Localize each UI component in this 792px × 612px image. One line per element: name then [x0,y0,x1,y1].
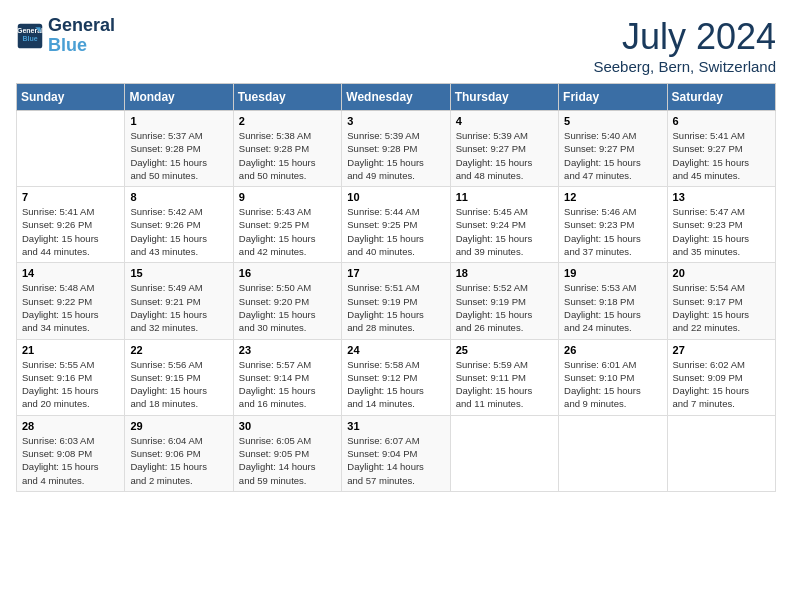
day-number: 19 [564,267,661,279]
day-cell: 23Sunrise: 5:57 AMSunset: 9:14 PMDayligh… [233,339,341,415]
day-info: Sunrise: 5:50 AMSunset: 9:20 PMDaylight:… [239,281,336,334]
day-cell: 24Sunrise: 5:58 AMSunset: 9:12 PMDayligh… [342,339,450,415]
day-number: 2 [239,115,336,127]
day-number: 4 [456,115,553,127]
week-row-4: 21Sunrise: 5:55 AMSunset: 9:16 PMDayligh… [17,339,776,415]
day-cell: 17Sunrise: 5:51 AMSunset: 9:19 PMDayligh… [342,263,450,339]
day-number: 6 [673,115,770,127]
day-header-sunday: Sunday [17,84,125,111]
day-info: Sunrise: 6:02 AMSunset: 9:09 PMDaylight:… [673,358,770,411]
day-cell: 18Sunrise: 5:52 AMSunset: 9:19 PMDayligh… [450,263,558,339]
day-cell [17,111,125,187]
week-row-5: 28Sunrise: 6:03 AMSunset: 9:08 PMDayligh… [17,415,776,491]
day-cell: 9Sunrise: 5:43 AMSunset: 9:25 PMDaylight… [233,187,341,263]
day-number: 30 [239,420,336,432]
day-info: Sunrise: 5:44 AMSunset: 9:25 PMDaylight:… [347,205,444,258]
day-info: Sunrise: 5:57 AMSunset: 9:14 PMDaylight:… [239,358,336,411]
day-header-wednesday: Wednesday [342,84,450,111]
day-info: Sunrise: 5:41 AMSunset: 9:27 PMDaylight:… [673,129,770,182]
day-number: 28 [22,420,119,432]
day-cell: 7Sunrise: 5:41 AMSunset: 9:26 PMDaylight… [17,187,125,263]
day-cell: 15Sunrise: 5:49 AMSunset: 9:21 PMDayligh… [125,263,233,339]
day-info: Sunrise: 5:59 AMSunset: 9:11 PMDaylight:… [456,358,553,411]
title-area: July 2024 Seeberg, Bern, Switzerland [593,16,776,75]
day-info: Sunrise: 5:45 AMSunset: 9:24 PMDaylight:… [456,205,553,258]
day-info: Sunrise: 5:38 AMSunset: 9:28 PMDaylight:… [239,129,336,182]
day-number: 20 [673,267,770,279]
day-cell [450,415,558,491]
day-header-saturday: Saturday [667,84,775,111]
day-header-monday: Monday [125,84,233,111]
day-cell: 21Sunrise: 5:55 AMSunset: 9:16 PMDayligh… [17,339,125,415]
day-number: 18 [456,267,553,279]
day-info: Sunrise: 5:55 AMSunset: 9:16 PMDaylight:… [22,358,119,411]
day-number: 5 [564,115,661,127]
day-cell: 10Sunrise: 5:44 AMSunset: 9:25 PMDayligh… [342,187,450,263]
day-number: 25 [456,344,553,356]
day-info: Sunrise: 5:58 AMSunset: 9:12 PMDaylight:… [347,358,444,411]
day-info: Sunrise: 5:51 AMSunset: 9:19 PMDaylight:… [347,281,444,334]
day-cell: 31Sunrise: 6:07 AMSunset: 9:04 PMDayligh… [342,415,450,491]
day-number: 27 [673,344,770,356]
week-row-1: 1Sunrise: 5:37 AMSunset: 9:28 PMDaylight… [17,111,776,187]
day-cell: 12Sunrise: 5:46 AMSunset: 9:23 PMDayligh… [559,187,667,263]
day-number: 26 [564,344,661,356]
day-number: 16 [239,267,336,279]
day-number: 23 [239,344,336,356]
day-info: Sunrise: 5:39 AMSunset: 9:27 PMDaylight:… [456,129,553,182]
day-info: Sunrise: 5:54 AMSunset: 9:17 PMDaylight:… [673,281,770,334]
day-info: Sunrise: 6:07 AMSunset: 9:04 PMDaylight:… [347,434,444,487]
day-number: 29 [130,420,227,432]
header-row: SundayMondayTuesdayWednesdayThursdayFrid… [17,84,776,111]
day-cell: 2Sunrise: 5:38 AMSunset: 9:28 PMDaylight… [233,111,341,187]
day-info: Sunrise: 5:40 AMSunset: 9:27 PMDaylight:… [564,129,661,182]
day-cell: 16Sunrise: 5:50 AMSunset: 9:20 PMDayligh… [233,263,341,339]
day-number: 24 [347,344,444,356]
header: General Blue GeneralBlue July 2024 Seebe… [16,16,776,75]
day-info: Sunrise: 6:04 AMSunset: 9:06 PMDaylight:… [130,434,227,487]
day-header-tuesday: Tuesday [233,84,341,111]
day-info: Sunrise: 5:49 AMSunset: 9:21 PMDaylight:… [130,281,227,334]
day-number: 7 [22,191,119,203]
day-cell: 11Sunrise: 5:45 AMSunset: 9:24 PMDayligh… [450,187,558,263]
day-number: 21 [22,344,119,356]
day-info: Sunrise: 5:46 AMSunset: 9:23 PMDaylight:… [564,205,661,258]
week-row-3: 14Sunrise: 5:48 AMSunset: 9:22 PMDayligh… [17,263,776,339]
day-cell: 19Sunrise: 5:53 AMSunset: 9:18 PMDayligh… [559,263,667,339]
subtitle: Seeberg, Bern, Switzerland [593,58,776,75]
day-cell: 28Sunrise: 6:03 AMSunset: 9:08 PMDayligh… [17,415,125,491]
day-number: 8 [130,191,227,203]
day-number: 9 [239,191,336,203]
day-cell: 3Sunrise: 5:39 AMSunset: 9:28 PMDaylight… [342,111,450,187]
day-cell [559,415,667,491]
day-info: Sunrise: 5:43 AMSunset: 9:25 PMDaylight:… [239,205,336,258]
day-cell: 30Sunrise: 6:05 AMSunset: 9:05 PMDayligh… [233,415,341,491]
day-info: Sunrise: 5:52 AMSunset: 9:19 PMDaylight:… [456,281,553,334]
day-cell: 14Sunrise: 5:48 AMSunset: 9:22 PMDayligh… [17,263,125,339]
day-cell [667,415,775,491]
day-number: 13 [673,191,770,203]
day-cell: 29Sunrise: 6:04 AMSunset: 9:06 PMDayligh… [125,415,233,491]
week-row-2: 7Sunrise: 5:41 AMSunset: 9:26 PMDaylight… [17,187,776,263]
day-number: 3 [347,115,444,127]
day-number: 15 [130,267,227,279]
day-info: Sunrise: 6:03 AMSunset: 9:08 PMDaylight:… [22,434,119,487]
day-number: 14 [22,267,119,279]
day-cell: 20Sunrise: 5:54 AMSunset: 9:17 PMDayligh… [667,263,775,339]
day-info: Sunrise: 5:37 AMSunset: 9:28 PMDaylight:… [130,129,227,182]
logo-text: GeneralBlue [48,16,115,56]
day-info: Sunrise: 5:42 AMSunset: 9:26 PMDaylight:… [130,205,227,258]
logo-icon: General Blue [16,22,44,50]
day-cell: 27Sunrise: 6:02 AMSunset: 9:09 PMDayligh… [667,339,775,415]
day-cell: 6Sunrise: 5:41 AMSunset: 9:27 PMDaylight… [667,111,775,187]
day-cell: 1Sunrise: 5:37 AMSunset: 9:28 PMDaylight… [125,111,233,187]
day-number: 12 [564,191,661,203]
day-info: Sunrise: 6:01 AMSunset: 9:10 PMDaylight:… [564,358,661,411]
day-number: 17 [347,267,444,279]
logo: General Blue GeneralBlue [16,16,115,56]
day-number: 11 [456,191,553,203]
day-number: 1 [130,115,227,127]
svg-text:Blue: Blue [22,35,37,42]
day-cell: 5Sunrise: 5:40 AMSunset: 9:27 PMDaylight… [559,111,667,187]
day-cell: 25Sunrise: 5:59 AMSunset: 9:11 PMDayligh… [450,339,558,415]
